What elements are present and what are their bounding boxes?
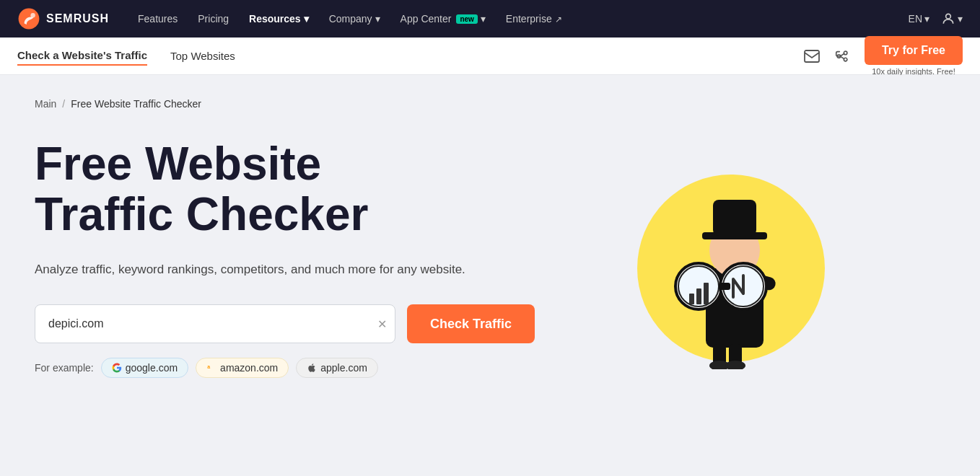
nav-app-center[interactable]: App Center new [401,13,486,25]
svg-point-1 [30,13,35,17]
svg-point-2 [946,14,951,19]
new-badge: new [456,14,477,24]
search-clear-icon[interactable]: ✕ [377,317,387,331]
resources-chevron-icon [304,13,309,25]
search-input-wrapper: ✕ [35,304,395,343]
apple-icon [307,363,317,373]
example-amazon[interactable]: a amazon.com [196,358,289,378]
example-apple-label: apple.com [320,362,367,374]
breadcrumb-main[interactable]: Main [35,98,56,110]
try-free-subtitle: 10x daily insights. Free! [872,67,955,76]
hero-subtitle: Analyze traffic, keyword rankings, compe… [35,260,569,279]
svg-point-4 [844,51,847,55]
main-content: Main / Free Website Traffic Checker Free… [0,75,980,476]
user-menu[interactable] [941,12,963,26]
subnav-check-traffic[interactable]: Check a Website's Traffic [17,46,147,66]
nav-features[interactable]: Features [138,13,178,25]
svg-rect-18 [696,288,701,304]
svg-text:a: a [207,364,210,369]
lang-chevron-icon [924,13,929,25]
top-nav: SEMRUSH Features Pricing Resources Compa… [0,0,980,38]
svg-rect-22 [719,283,730,290]
breadcrumb-separator: / [62,98,65,110]
sub-nav: Check a Website's Traffic Top Websites T… [0,38,980,75]
example-apple[interactable]: apple.com [296,358,378,378]
hero-left: Free Website Traffic Checker Analyze tra… [35,138,569,378]
nav-pricing[interactable]: Pricing [198,13,229,25]
email-icon[interactable] [804,50,820,63]
google-icon [112,363,122,373]
hero-title: Free Website Traffic Checker [35,138,569,240]
svg-rect-17 [689,294,694,304]
svg-rect-3 [805,50,819,62]
logo[interactable]: SEMRUSH [17,7,109,30]
svg-point-5 [844,58,847,61]
svg-rect-19 [704,283,709,304]
share-icon[interactable] [834,48,850,64]
nav-company[interactable]: Company [329,13,380,25]
subnav-top-websites[interactable]: Top Websites [170,47,235,65]
example-amazon-label: amazon.com [220,362,278,374]
examples-label: For example: [35,362,94,374]
breadcrumb-current: Free Website Traffic Checker [71,98,201,110]
example-google[interactable]: google.com [101,358,188,378]
example-google-label: google.com [126,362,178,374]
nav-resources[interactable]: Resources [249,13,309,25]
app-center-chevron-icon [481,13,486,25]
company-chevron-icon [375,13,380,25]
svg-rect-12 [713,200,756,236]
amazon-icon: a [206,363,216,373]
breadcrumb: Main / Free Website Traffic Checker [35,98,945,110]
search-input[interactable] [35,304,395,343]
logo-text: SEMRUSH [46,12,109,25]
nav-items: Features Pricing Resources Company App C… [138,13,885,25]
try-free-wrapper: Try for Free 10x daily insights. Free! [865,36,963,75]
external-link-icon [555,13,562,25]
sub-nav-right: Try for Free 10x daily insights. Free! [804,36,963,75]
language-selector[interactable]: EN [909,13,929,25]
illustration-svg [612,124,843,369]
nav-right: EN [909,12,963,26]
search-bar: ✕ Check Traffic [35,304,569,343]
hero-section: Free Website Traffic Checker Analyze tra… [35,138,945,378]
try-free-button[interactable]: Try for Free [865,36,963,64]
examples-row: For example: google.com a amazon.com [35,358,569,378]
nav-enterprise[interactable]: Enterprise [506,13,562,25]
hero-illustration [598,124,857,369]
sub-nav-links: Check a Website's Traffic Top Websites [17,46,804,66]
user-icon [941,12,955,26]
check-traffic-button[interactable]: Check Traffic [407,304,535,343]
user-chevron-icon [958,13,963,25]
